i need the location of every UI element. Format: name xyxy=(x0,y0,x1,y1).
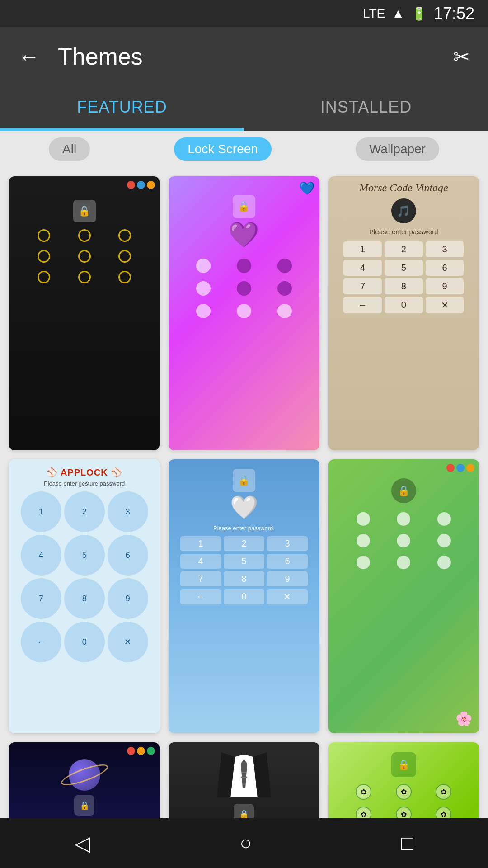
planet-7 xyxy=(69,759,100,791)
nav-home-button[interactable]: ○ xyxy=(221,825,270,862)
suit-visual xyxy=(180,752,308,799)
nav-bar: ◁ ○ □ xyxy=(0,818,488,868)
pattern-grid-6 xyxy=(347,512,460,569)
vintage-lock: 🎵 xyxy=(391,198,416,223)
theme-card-4[interactable]: ⚾ APPLOCK ⚾ Please enter gesture passwor… xyxy=(9,459,160,733)
heart-outline: 🤍 xyxy=(230,494,258,520)
themes-grid: 🔒 💙 🔒 💜 xyxy=(0,167,488,868)
header: ← Themes ✂ xyxy=(0,27,488,86)
lock-icon-7: 🔒 xyxy=(74,795,94,816)
multicolor-indicator-1 xyxy=(127,181,155,189)
lte-icon: LTE xyxy=(363,6,385,21)
pattern-grid-2 xyxy=(188,259,301,318)
sub-tab-bar: All Lock Screen Wallpaper xyxy=(0,131,488,167)
tab-featured[interactable]: FEATURED xyxy=(0,86,244,131)
signal-icon: ▲ xyxy=(392,6,404,21)
heart-icon-2: 💙 xyxy=(299,181,315,196)
page-title: Themes xyxy=(58,43,435,70)
numpad-3: 1 2 3 4 5 6 7 8 9 ← 0 ✕ xyxy=(343,241,464,313)
nav-back-button[interactable]: ◁ xyxy=(56,825,108,862)
status-bar: LTE ▲ 🔋 17:52 xyxy=(0,0,488,27)
lock-icon-9: 🔒 xyxy=(391,752,416,777)
numpad-4: 1 2 3 4 5 6 7 8 9 ← 0 ✕ xyxy=(21,491,148,662)
numpad-5: 1 2 3 4 5 6 7 8 9 ← 0 ✕ xyxy=(180,536,308,604)
crop-button[interactable]: ✂ xyxy=(449,41,474,73)
baseball-logo-area: ⚾ APPLOCK ⚾ xyxy=(46,467,122,478)
theme-card-1[interactable]: 🔒 xyxy=(9,176,160,450)
theme-card-3[interactable]: Morse Code Vintage 🎵 Please enter passwo… xyxy=(328,176,479,450)
battery-icon: 🔋 xyxy=(411,6,427,21)
heart-decoration: 💜 xyxy=(228,220,259,250)
lock-icon-1: 🔒 xyxy=(73,200,96,222)
vintage-password-text: Please enter password xyxy=(369,228,438,236)
theme-card-6[interactable]: 🔒 🌸 xyxy=(328,459,479,733)
theme-card-5[interactable]: 🔒 🤍 Please enter password. 1 2 3 4 5 6 7… xyxy=(169,459,319,733)
back-button[interactable]: ← xyxy=(14,40,44,74)
lock-icon-6: 🔒 xyxy=(391,478,416,503)
sub-tab-all[interactable]: All xyxy=(49,137,90,161)
nav-recent-button[interactable]: □ xyxy=(383,825,432,862)
baseball-password-text: Please enter gesture password xyxy=(44,480,125,487)
status-icons: LTE ▲ 🔋 17:52 xyxy=(363,4,474,23)
pattern-grid-1 xyxy=(28,229,141,283)
tab-bar: FEATURED INSTALLED xyxy=(0,86,488,131)
sub-tab-wallpaper[interactable]: Wallpaper xyxy=(356,137,439,161)
lock-icon-2: 🔒 xyxy=(233,195,255,218)
status-time: 17:52 xyxy=(434,4,474,23)
lock-icon-5: 🔒 xyxy=(233,469,255,492)
vintage-title: Morse Code Vintage xyxy=(359,182,448,194)
rain-password-text: Please enter password. xyxy=(213,525,275,532)
multicolor-indicator-7 xyxy=(127,747,155,755)
theme-card-2[interactable]: 💙 🔒 💜 xyxy=(169,176,319,450)
sub-tab-lockscreen[interactable]: Lock Screen xyxy=(174,137,272,161)
multicolor-indicator-6 xyxy=(446,464,474,472)
tab-installed[interactable]: INSTALLED xyxy=(244,86,488,131)
